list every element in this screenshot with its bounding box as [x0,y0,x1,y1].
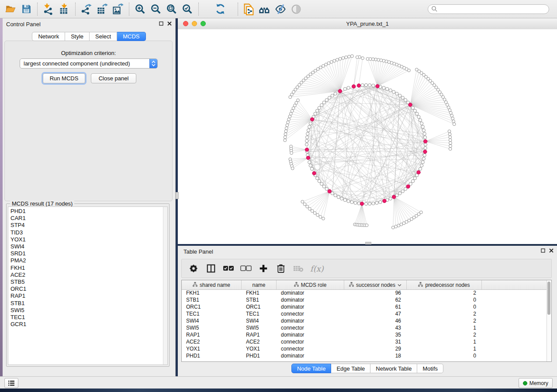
network-node[interactable] [449,144,452,148]
network-node[interactable] [320,103,323,107]
cell-predecessor-nodes[interactable]: 0 [407,296,482,303]
network-node[interactable] [356,56,359,59]
mcds-result-item[interactable]: ORC1 [10,285,167,292]
show-all-icon[interactable] [288,2,304,17]
column-header-shared-name[interactable]: shared name [182,280,242,289]
cell-MCDS-role[interactable]: dominator [277,352,344,359]
cell-shared-name[interactable]: ACE2 [182,338,242,345]
cell-shared-name[interactable]: SWI5 [182,324,242,331]
network-document-icon[interactable] [241,2,257,17]
search-network-icon[interactable] [257,2,273,17]
network-node[interactable] [413,109,416,112]
column-header-name[interactable]: name [242,280,277,289]
result-list-scrollbar[interactable] [163,207,167,364]
export-image-icon[interactable] [110,2,126,17]
network-node[interactable] [350,200,353,203]
network-node[interactable] [389,89,392,92]
network-node[interactable] [379,200,382,203]
mcds-result-item[interactable]: TID3 [10,229,167,236]
network-node[interactable] [319,215,322,218]
network-node[interactable] [354,201,357,204]
cell-successor-nodes[interactable]: 46 [344,317,407,324]
network-node[interactable] [424,147,427,150]
network-node[interactable] [320,182,323,186]
network-node[interactable] [284,139,287,142]
export-network-icon[interactable] [79,2,94,17]
network-node[interactable] [376,84,379,88]
cell-successor-nodes[interactable]: 61 [344,303,407,310]
cell-successor-nodes[interactable]: 18 [344,352,407,359]
column-header-successor-nodes[interactable]: successor nodes [344,280,407,289]
network-node[interactable] [345,56,348,59]
mcds-result-item[interactable]: YOX1 [10,236,167,243]
network-node[interactable] [419,167,422,170]
network-node[interactable] [375,201,378,204]
network-node[interactable] [392,90,395,93]
network-node[interactable] [287,121,290,124]
network-node[interactable] [318,179,321,182]
network-node[interactable] [352,85,356,88]
network-node[interactable] [309,122,312,125]
network-node[interactable] [449,141,452,144]
network-node[interactable] [338,89,342,93]
column-header-predecessor-nodes[interactable]: predecessor nodes [407,280,482,289]
network-node[interactable] [364,83,367,86]
network-node[interactable] [307,129,310,132]
show-column-icon[interactable] [205,263,217,274]
cell-name[interactable]: SWI5 [242,324,277,331]
network-node[interactable] [284,133,287,136]
mcds-result-item[interactable]: STB1 [10,300,167,307]
network-node[interactable] [421,161,424,164]
table-scrollbar-thumb[interactable] [547,282,550,315]
cell-MCDS-role[interactable]: connector [277,345,344,352]
network-node[interactable] [348,55,351,58]
network-node[interactable] [291,167,294,170]
network-node[interactable] [406,185,410,188]
cell-predecessor-nodes[interactable]: 1 [407,338,482,345]
cell-predecessor-nodes[interactable]: 2 [407,331,482,338]
network-node[interactable] [334,194,337,197]
network-node[interactable] [285,127,288,130]
mcds-result-item[interactable]: GCR1 [10,321,167,328]
cell-name[interactable]: STB1 [242,296,277,303]
horizontal-splitter-handle[interactable] [365,242,371,244]
network-node[interactable] [423,132,426,135]
network-node[interactable] [421,125,424,128]
cell-predecessor-nodes[interactable]: 0 [407,303,482,310]
export-table-icon[interactable] [94,2,110,17]
network-node[interactable] [343,87,346,90]
cell-shared-name[interactable]: FKH1 [182,289,242,296]
cell-predecessor-nodes[interactable]: 1 [407,324,482,331]
table-row[interactable]: SWI4SWI4dominator462 [182,317,547,324]
network-node[interactable] [413,177,416,180]
network-node[interactable] [284,130,287,133]
network-node[interactable] [420,164,423,167]
tab-edge-table[interactable]: Edge Table [331,364,370,373]
network-node[interactable] [382,86,385,89]
network-node[interactable] [448,130,451,133]
network-node[interactable] [331,94,334,97]
network-node[interactable] [449,136,452,139]
network-node[interactable] [422,129,425,132]
delete-column-icon[interactable] [275,263,287,274]
table-row[interactable]: FKH1FKH1dominator962 [182,289,547,296]
network-node[interactable] [347,199,350,203]
float-panel-icon[interactable] [159,21,163,26]
network-node[interactable] [452,120,455,123]
network-node[interactable] [334,92,337,95]
zoom-in-icon[interactable] [132,2,148,17]
table-scrollbar[interactable] [547,280,551,361]
network-node[interactable] [311,117,314,121]
network-node[interactable] [448,133,451,136]
network-node[interactable] [365,224,368,227]
network-node[interactable] [392,195,396,199]
network-node[interactable] [451,117,454,120]
network-node[interactable] [351,55,354,58]
memory-button[interactable]: Memory [519,378,553,388]
cell-MCDS-role[interactable]: connector [277,338,344,345]
open-session-icon[interactable] [3,2,18,17]
table-row[interactable]: RAP1RAP1dominator352 [182,331,547,338]
mcds-result-item[interactable]: STP4 [10,222,167,229]
network-node[interactable] [449,148,452,151]
cell-shared-name[interactable]: YOX1 [182,345,242,352]
